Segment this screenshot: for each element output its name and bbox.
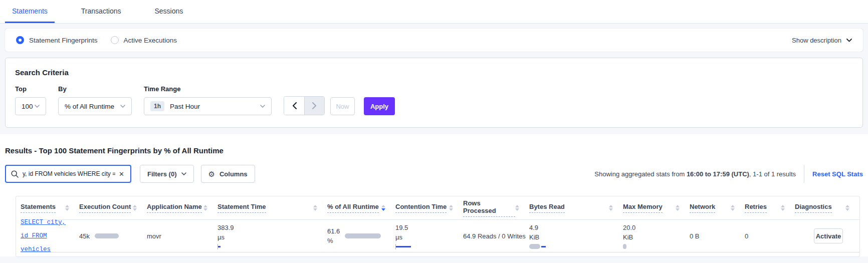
activate-diagnostics-button[interactable]: Activate <box>814 228 843 243</box>
sort-icon[interactable] <box>609 205 613 211</box>
radio-selected-icon <box>16 36 24 44</box>
execution-count-bar <box>95 233 119 238</box>
view-toggle-radios: Statement Fingerprints Active Executions <box>16 36 177 44</box>
by-field: By % of All Runtime <box>58 85 132 115</box>
rows-processed-cell: 64.9 Reads / 0 Writes <box>463 232 529 240</box>
next-time-range-button[interactable] <box>304 97 324 115</box>
bytes-read-blue-bar <box>541 246 546 247</box>
search-criteria-controls: Top 100 By % of All Runtime Time Range <box>15 85 853 115</box>
sort-icon[interactable] <box>515 205 519 211</box>
sort-icon[interactable] <box>781 205 785 211</box>
sort-icon[interactable] <box>65 205 69 211</box>
view-toggle-card: Statement Fingerprints Active Executions… <box>5 29 863 52</box>
radio-statement-fingerprints[interactable]: Statement Fingerprints <box>16 36 98 44</box>
column-header-network[interactable]: Network <box>690 203 745 213</box>
radio-active-executions-label: Active Executions <box>124 37 177 44</box>
network-value: 0 B <box>690 232 700 240</box>
tab-transactions[interactable]: Transactions <box>74 1 128 23</box>
statement-time-value: 383.9 <box>218 223 327 232</box>
sort-icon[interactable] <box>313 205 317 211</box>
bytes-read-value: 4.9 <box>529 223 623 232</box>
column-header-retries[interactable]: Retries <box>745 203 795 213</box>
column-header-execution-count[interactable]: Execution Count <box>79 203 147 213</box>
aggregated-stats-text: Showing aggregated stats from 16:00 to 1… <box>594 170 796 178</box>
runtime-unit: % <box>327 236 340 245</box>
sort-icon-active-desc[interactable] <box>381 205 385 211</box>
top-field: Top 100 <box>15 85 46 115</box>
chevron-right-icon <box>312 102 317 109</box>
column-header-statement-time[interactable]: Statement Time <box>218 203 327 213</box>
by-select[interactable]: % of All Runtime <box>58 97 132 115</box>
tab-sessions[interactable]: Sessions <box>147 1 190 23</box>
by-label: By <box>58 85 132 93</box>
gear-icon: ⚙ <box>208 170 215 178</box>
column-header-diagnostics[interactable]: Diagnostics <box>795 203 859 213</box>
execution-count-cell: 45k <box>79 232 147 240</box>
rows-processed-value: 64.9 Reads / 0 Writes <box>463 232 526 240</box>
search-icon <box>11 170 19 178</box>
statement-time-unit: µs <box>218 232 327 242</box>
column-header-statements[interactable]: Statements <box>21 203 79 213</box>
search-input[interactable] <box>23 170 115 177</box>
time-range-select[interactable]: 1h Past Hour <box>144 97 272 115</box>
retries-cell: 0 <box>745 232 795 240</box>
radio-unselected-icon <box>111 36 119 44</box>
tab-transactions-label: Transactions <box>81 7 121 15</box>
time-range-arrows <box>284 96 325 115</box>
contention-time-value: 19.5 <box>395 223 463 232</box>
columns-button[interactable]: ⚙ Columns <box>201 165 255 183</box>
show-description-toggle[interactable]: Show description <box>792 37 852 44</box>
vertical-divider <box>804 165 804 183</box>
columns-button-label: Columns <box>220 170 248 178</box>
sort-icon[interactable] <box>731 205 735 211</box>
statement-time-bar <box>218 246 221 247</box>
filters-button[interactable]: Filters (0) <box>140 165 194 183</box>
search-criteria-title: Search Criteria <box>15 68 853 77</box>
sort-icon[interactable] <box>449 205 453 211</box>
column-header-runtime[interactable]: % of All Runtime <box>327 203 395 213</box>
statements-table: Statements Execution Count Application N… <box>16 196 860 257</box>
now-button[interactable]: Now <box>330 97 355 115</box>
chevron-down-icon <box>260 105 265 108</box>
application-name-value: movr <box>147 232 161 240</box>
column-header-rows-processed[interactable]: Rows Processed <box>463 199 529 217</box>
max-memory-value: 20.0 <box>623 223 690 232</box>
column-header-max-memory[interactable]: Max Memory <box>623 203 690 213</box>
reset-sql-stats-link[interactable]: Reset SQL Stats <box>812 170 863 178</box>
radio-statement-fingerprints-label: Statement Fingerprints <box>29 37 98 44</box>
top-select-value: 100 <box>22 103 33 110</box>
sort-icon[interactable] <box>676 205 680 211</box>
apply-button[interactable]: Apply <box>364 97 395 115</box>
execution-count-value: 45k <box>79 232 90 240</box>
column-header-application-name[interactable]: Application Name <box>147 203 218 213</box>
chevron-left-icon <box>292 102 297 109</box>
top-select[interactable]: 100 <box>15 97 46 115</box>
time-range-field: Time Range 1h Past Hour <box>144 85 272 115</box>
sort-icon[interactable] <box>133 205 137 211</box>
runtime-bar <box>345 233 381 238</box>
filters-button-label: Filters (0) <box>147 170 177 178</box>
bytes-read-unit: KiB <box>529 232 623 242</box>
diagnostics-cell: Activate <box>795 228 859 243</box>
sort-icon[interactable] <box>203 205 207 211</box>
time-range-label: Time Range <box>144 85 272 93</box>
top-label: Top <box>15 85 46 93</box>
statement-cell: SELECT city, id FROM vehicles <box>21 216 79 256</box>
chevron-down-icon <box>181 172 186 175</box>
application-name-cell: movr <box>147 232 218 240</box>
results-heading: Results - Top 100 Statement Fingerprints… <box>5 146 863 155</box>
chevron-down-icon <box>846 39 852 42</box>
runtime-cell: 61.6 % <box>327 226 395 245</box>
radio-active-executions[interactable]: Active Executions <box>111 36 177 44</box>
tab-statements[interactable]: Statements <box>5 1 55 23</box>
statement-fingerprint-link[interactable]: SELECT city, id FROM vehicles <box>21 216 77 256</box>
column-header-bytes-read[interactable]: Bytes Read <box>529 203 623 213</box>
sort-icon[interactable] <box>845 205 849 211</box>
max-memory-cell: 20.0 KiB <box>623 223 690 249</box>
previous-time-range-button[interactable] <box>284 97 304 115</box>
bytes-read-bar <box>529 244 540 249</box>
contention-time-bar <box>396 246 411 247</box>
top-region: Statement Fingerprints Active Executions… <box>0 24 868 134</box>
clear-search-icon[interactable]: ✕ <box>117 170 126 178</box>
column-header-contention-time[interactable]: Contention Time <box>395 203 463 213</box>
